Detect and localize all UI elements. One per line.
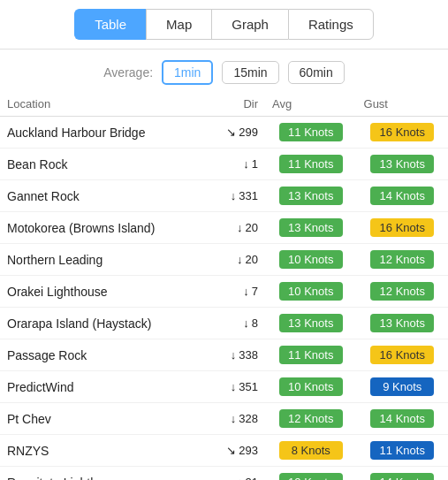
- avg-badge: 8 Knots: [279, 441, 343, 460]
- dir-arrow-icon: ↓: [243, 316, 249, 330]
- cell-dir: ↓331: [201, 180, 265, 212]
- avg-badge: 12 Knots: [279, 409, 343, 428]
- cell-dir: ↓351: [201, 371, 265, 403]
- cell-avg: 13 Knots: [265, 308, 356, 339]
- table-row: Pt Chev↓32812 Knots14 Knots: [0, 403, 448, 435]
- dir-arrow-icon: ↓: [231, 189, 237, 202]
- avg-60min[interactable]: 60min: [288, 61, 345, 84]
- cell-dir: ↘293: [201, 435, 265, 467]
- cell-avg: 10 Knots: [265, 244, 356, 276]
- table-row: Rangitoto Lighthouse↓2112 Knots14 Knots: [0, 467, 448, 481]
- cell-gust: 11 Knots: [357, 435, 448, 467]
- cell-gust: 9 Knots: [357, 371, 448, 403]
- gust-badge: 13 Knots: [370, 314, 434, 332]
- cell-avg: 11 Knots: [265, 117, 356, 149]
- wind-data-table: Location Dir Avg Gust Auckland Harbour B…: [0, 92, 448, 480]
- table-row: Bean Rock↓111 Knots13 Knots: [0, 149, 448, 180]
- cell-dir: ↓7: [201, 276, 265, 308]
- tab-map[interactable]: Map: [146, 9, 211, 40]
- tab-ratings[interactable]: Ratings: [288, 9, 374, 40]
- avg-badge: 11 Knots: [279, 155, 343, 173]
- dir-arrow-icon: ↓: [231, 348, 237, 362]
- cell-gust: 13 Knots: [357, 149, 448, 180]
- avg-15min[interactable]: 15min: [222, 61, 278, 84]
- dir-arrow-icon: ↘: [226, 444, 236, 457]
- cell-gust: 14 Knots: [357, 467, 448, 481]
- cell-location: Bean Rock: [0, 149, 201, 180]
- avg-badge: 11 Knots: [279, 346, 343, 364]
- header-dir: Dir: [201, 92, 265, 117]
- avg-badge: 10 Knots: [279, 282, 343, 301]
- cell-avg: 11 Knots: [265, 339, 356, 371]
- cell-dir: ↓1: [201, 149, 265, 180]
- table-row: Orakei Lighthouse↓710 Knots12 Knots: [0, 276, 448, 308]
- tab-table[interactable]: Table: [74, 9, 146, 40]
- cell-avg: 12 Knots: [265, 403, 356, 435]
- table-row: PredictWind↓35110 Knots9 Knots: [0, 371, 448, 403]
- cell-location: PredictWind: [0, 371, 201, 403]
- gust-badge: 16 Knots: [370, 346, 434, 364]
- average-label: Average:: [103, 65, 153, 80]
- gust-badge: 16 Knots: [370, 218, 434, 237]
- avg-badge: 13 Knots: [279, 187, 343, 205]
- avg-badge: 13 Knots: [279, 314, 343, 332]
- table-row: Auckland Harbour Bridge↘29911 Knots16 Kn…: [0, 117, 448, 149]
- avg-badge: 10 Knots: [279, 377, 343, 396]
- header-gust: Gust: [357, 92, 448, 117]
- cell-dir: ↓20: [201, 244, 265, 276]
- cell-avg: 13 Knots: [265, 180, 356, 212]
- cell-gust: 14 Knots: [357, 180, 448, 212]
- cell-dir: ↓328: [201, 403, 265, 435]
- gust-badge: 9 Knots: [370, 377, 434, 396]
- tab-graph[interactable]: Graph: [211, 9, 288, 40]
- table-row: Passage Rock↓33811 Knots16 Knots: [0, 339, 448, 371]
- cell-location: Motokorea (Browns Island): [0, 212, 201, 244]
- cell-dir: ↘299: [201, 117, 265, 149]
- gust-badge: 14 Knots: [370, 409, 434, 428]
- table-row: Motokorea (Browns Island)↓2013 Knots16 K…: [0, 212, 448, 244]
- cell-gust: 13 Knots: [357, 308, 448, 339]
- cell-avg: 10 Knots: [265, 276, 356, 308]
- cell-gust: 14 Knots: [357, 403, 448, 435]
- tab-bar: Table Map Graph Ratings: [0, 0, 448, 50]
- cell-dir: ↓338: [201, 339, 265, 371]
- cell-location: Orarapa Island (Haystack): [0, 308, 201, 339]
- cell-dir: ↓8: [201, 308, 265, 339]
- cell-gust: 16 Knots: [357, 212, 448, 244]
- avg-badge: 13 Knots: [279, 218, 343, 237]
- cell-location: Passage Rock: [0, 339, 201, 371]
- gust-badge: 16 Knots: [370, 123, 434, 141]
- dir-arrow-icon: ↓: [243, 157, 249, 171]
- cell-avg: 10 Knots: [265, 371, 356, 403]
- gust-badge: 14 Knots: [370, 473, 434, 480]
- table-row: RNZYS↘2938 Knots11 Knots: [0, 435, 448, 467]
- header-avg: Avg: [265, 92, 356, 117]
- cell-location: Northern Leading: [0, 244, 201, 276]
- dir-arrow-icon: ↘: [226, 126, 236, 139]
- gust-badge: 12 Knots: [370, 282, 434, 301]
- avg-badge: 10 Knots: [279, 250, 343, 269]
- avg-1min[interactable]: 1min: [162, 60, 213, 85]
- dir-arrow-icon: ↓: [237, 476, 243, 480]
- cell-dir: ↓20: [201, 212, 265, 244]
- cell-location: Pt Chev: [0, 403, 201, 435]
- average-bar: Average: 1min 15min 60min: [0, 50, 448, 92]
- cell-location: RNZYS: [0, 435, 201, 467]
- table-row: Gannet Rock↓33113 Knots14 Knots: [0, 180, 448, 212]
- dir-arrow-icon: ↓: [231, 412, 237, 425]
- header-location: Location: [0, 92, 201, 117]
- cell-gust: 12 Knots: [357, 244, 448, 276]
- cell-location: Rangitoto Lighthouse: [0, 467, 201, 481]
- cell-location: Orakei Lighthouse: [0, 276, 201, 308]
- gust-badge: 12 Knots: [370, 250, 434, 269]
- gust-badge: 13 Knots: [370, 155, 434, 173]
- cell-gust: 12 Knots: [357, 276, 448, 308]
- cell-location: Auckland Harbour Bridge: [0, 117, 201, 149]
- cell-dir: ↓21: [201, 467, 265, 481]
- avg-badge: 11 Knots: [279, 123, 343, 141]
- cell-avg: 13 Knots: [265, 212, 356, 244]
- table-row: Northern Leading↓2010 Knots12 Knots: [0, 244, 448, 276]
- gust-badge: 11 Knots: [370, 441, 434, 460]
- avg-badge: 12 Knots: [279, 473, 343, 480]
- cell-avg: 12 Knots: [265, 467, 356, 481]
